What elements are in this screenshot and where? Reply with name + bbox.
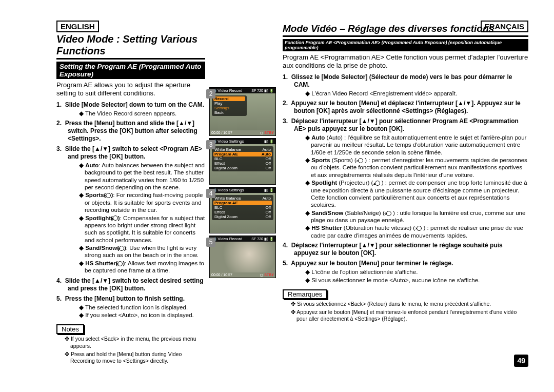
step5-sub1-en: The selected function icon is displayed. bbox=[79, 304, 205, 311]
step5-fr: Appuyez sur le bouton [Menu] pour termin… bbox=[291, 260, 453, 267]
section-heading-en: Setting the Program AE (Programmed Auto … bbox=[56, 62, 205, 79]
section-heading-fr: Fonction Program AE <Programmation AE> (… bbox=[283, 39, 528, 51]
step5-sub1-fr: L'icône de l'option sélectionnée s'affic… bbox=[305, 268, 528, 276]
step3-auto-fr: Auto (Auto) : l'équilibre se fait automa… bbox=[305, 134, 528, 156]
steps-fr: 1. Glissez le [Mode Selector] (Sélecteur… bbox=[283, 73, 528, 284]
note2-en: Press and hold the [Menu] button during … bbox=[65, 351, 205, 365]
step3-en: Slide the [▲/▼] switch to select <Progra… bbox=[65, 145, 202, 160]
shot-number-2: 2 bbox=[206, 89, 215, 99]
shot-number-5: 5 bbox=[206, 238, 215, 247]
step3-hs-fr: HS Shutter (Obturation haute vitesse) ( … bbox=[305, 224, 528, 239]
step5-sub2-en: If you select <Auto>, no icon is display… bbox=[79, 311, 205, 319]
step4-fr: Déplacez l'interrupteur [▲/▼] pour sélec… bbox=[291, 242, 503, 257]
french-column: FRANÇAIS Mode Vidéo – Réglage des divers… bbox=[283, 21, 528, 366]
shot-number-3: 3 bbox=[206, 140, 215, 149]
step1-fr: Glissez le [Mode Selector] (Sélecteur de… bbox=[291, 73, 512, 88]
step3-auto-en: AutoAuto: Auto balances between the subj… bbox=[79, 162, 205, 191]
english-column: ENGLISH Video Mode : Setting Various Fun… bbox=[56, 21, 205, 366]
note1-fr: Si vous sélectionnez <Back> (Retour) dan… bbox=[291, 301, 528, 308]
step5-sub2-fr: Si vous sélectionnez le mode <Auto>, auc… bbox=[305, 277, 528, 284]
intro-en: Program AE allows you to adjust the aper… bbox=[56, 81, 205, 98]
notes-fr: Si vous sélectionnez <Back> (Retour) dan… bbox=[283, 301, 528, 323]
notes-heading-en: Notes bbox=[56, 324, 84, 334]
step3-sports-en: Sports(✕): For recording fast-moving peo… bbox=[79, 191, 205, 213]
screenshot-3: 3 📹 Video Settings▮▯🔋 White BalanceAuto … bbox=[209, 138, 279, 185]
step3-spot-en: Spotlight(▲): Compensates for a subject … bbox=[79, 214, 205, 244]
step3-fr: Déplacez l'interrupteur [▲/▼] pour sélec… bbox=[291, 117, 519, 132]
step2-fr: Appuyez sur le bouton [Menu] et déplacez… bbox=[291, 100, 521, 114]
screenshot-2: 2 📹 Video RecordSF720▮▯🔋 Record Play Set… bbox=[209, 87, 279, 136]
step3-sand-en: Sand/Snow(※): Use when the light is very… bbox=[79, 244, 205, 259]
step2-en: Press the [Menu] button and slide the [▲… bbox=[65, 120, 197, 142]
steps-en: 1. Slide [Mode Selector] down to turn on… bbox=[56, 101, 205, 319]
screenshots-column: 2 📹 Video RecordSF720▮▯🔋 Record Play Set… bbox=[209, 21, 279, 366]
notes-en: If you select <Back> in the menu, the pr… bbox=[56, 336, 205, 365]
step1-en: Slide [Mode Selector] down to turn on th… bbox=[65, 101, 204, 108]
page-number: 49 bbox=[514, 355, 528, 367]
intro-fr: Program AE <Programmation AE> Cette fonc… bbox=[283, 53, 528, 70]
title-fr: Mode Vidéo – Réglage des diverses foncti… bbox=[283, 23, 528, 34]
step3-hs-en: HS Shutter(✕): Allows fast-moving images… bbox=[79, 260, 205, 275]
step3-sand-fr: Sand/Snow (Sable/Neige) ( ※ ) : utile lo… bbox=[305, 209, 528, 224]
notes-heading-fr: Remarques bbox=[283, 289, 327, 299]
lang-badge-en: ENGLISH bbox=[56, 21, 99, 32]
step3-sports-fr: Sports (Sports) ( ✕ ) : permet d'enregis… bbox=[305, 156, 528, 179]
shot-number-4: 4 bbox=[206, 189, 215, 198]
step3-spot-fr: Spotlight (Projecteur) ( ▲ ) : permet de… bbox=[305, 179, 528, 209]
note1-en: If you select <Back> in the menu, the pr… bbox=[65, 336, 205, 349]
step1-sub-fr: L'écran Video Record <Enregistrement vid… bbox=[305, 90, 528, 97]
screenshot-4: 4 📹 Video Settings▮▯🔋 White BalanceAuto … bbox=[209, 187, 279, 233]
note2-fr: Appuyez sur le bouton [Menu] et maintene… bbox=[291, 309, 528, 323]
title-en: Video Mode : Setting Various Functions bbox=[56, 33, 205, 57]
step1-sub-en: The Video Record screen appears. bbox=[79, 110, 205, 117]
step5-en: Press the [Menu] button to finish settin… bbox=[65, 295, 185, 302]
screenshot-5: 5 📹 Video RecordSF720▮▯🔋 00:00 / 10:57◻ … bbox=[209, 236, 279, 278]
step4-en: Slide the [▲/▼] switch to select desired… bbox=[65, 277, 204, 292]
